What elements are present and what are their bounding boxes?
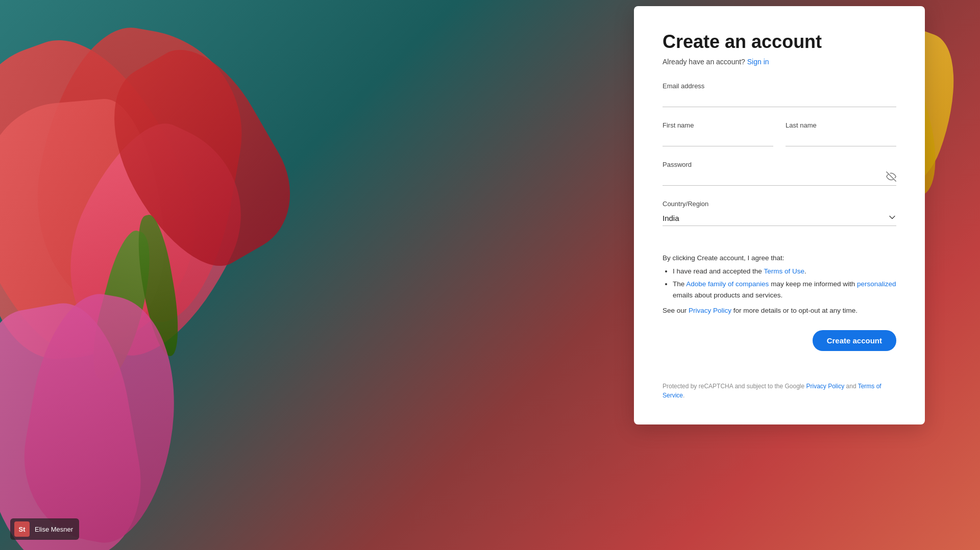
recaptcha-pre: Protected by reCAPTCHA and subject to th… <box>663 383 804 390</box>
agreement-bullet1-pre: I have read and accepted the <box>673 267 762 275</box>
create-account-modal: Create an account Already have an accoun… <box>634 6 925 424</box>
signin-prompt: Already have an account? Sign in <box>663 58 896 66</box>
user-name: Elise Mesner <box>35 526 73 533</box>
signin-prompt-text: Already have an account? <box>663 58 745 66</box>
email-label: Email address <box>663 82 896 90</box>
country-select-wrapper: India United States United Kingdom Canad… <box>663 211 896 226</box>
first-name-input[interactable] <box>663 131 773 146</box>
agreement-section: By clicking Create account, I agree that… <box>663 253 896 316</box>
avatar-initials: St <box>19 526 26 533</box>
agreement-list: I have read and accepted the Terms of Us… <box>663 266 896 301</box>
recaptcha-period: . <box>683 392 684 399</box>
signin-link[interactable]: Sign in <box>747 58 769 66</box>
agreement-item-1: I have read and accepted the Terms of Us… <box>673 266 896 277</box>
user-badge: St Elise Mesner <box>10 518 79 540</box>
modal-title: Create an account <box>663 31 896 53</box>
privacy-note: See our Privacy Policy for more details … <box>663 305 896 316</box>
first-name-group: First name <box>663 121 773 146</box>
password-input[interactable] <box>663 170 896 186</box>
agreement-intro: By clicking Create account, I agree that… <box>663 253 896 264</box>
eye-off-icon <box>886 171 896 182</box>
last-name-group: Last name <box>786 121 896 146</box>
create-account-button[interactable]: Create account <box>813 330 896 351</box>
country-group: Country/Region India United States Unite… <box>663 200 896 226</box>
recaptcha-and: and <box>846 383 856 390</box>
first-name-label: First name <box>663 121 773 129</box>
personalized-link[interactable]: personalized <box>857 280 896 288</box>
password-wrapper <box>663 170 896 186</box>
agreement-bullet1-post: . <box>804 267 806 275</box>
password-group: Password <box>663 161 896 186</box>
email-input[interactable] <box>663 92 896 107</box>
privacy-post: for more details or to opt-out at any ti… <box>733 307 857 314</box>
adobe-family-link[interactable]: Adobe family of companies <box>686 280 769 288</box>
avatar: St <box>14 521 30 537</box>
password-label: Password <box>663 161 896 168</box>
password-toggle-button[interactable] <box>886 171 896 182</box>
name-row: First name Last name <box>663 121 896 146</box>
last-name-label: Last name <box>786 121 896 129</box>
email-group: Email address <box>663 82 896 107</box>
country-label: Country/Region <box>663 200 896 208</box>
recaptcha-text: Protected by reCAPTCHA and subject to th… <box>663 361 896 400</box>
recaptcha-privacy-link[interactable]: Privacy Policy <box>806 383 845 390</box>
privacy-pre: See our <box>663 307 687 314</box>
privacy-policy-link[interactable]: Privacy Policy <box>689 307 731 314</box>
modal-overlay: Create an account Already have an accoun… <box>0 0 980 550</box>
agreement-item-2: The Adobe family of companies may keep m… <box>673 279 896 301</box>
agreement-bullet2-mid: may keep me informed with <box>771 280 855 288</box>
last-name-input[interactable] <box>786 131 896 146</box>
terms-of-use-link[interactable]: Terms of Use <box>764 267 804 275</box>
agreement-bullet2-pre: The <box>673 280 684 288</box>
agreement-bullet2-post: emails about products and services. <box>673 291 782 299</box>
country-select[interactable]: India United States United Kingdom Canad… <box>663 211 896 226</box>
